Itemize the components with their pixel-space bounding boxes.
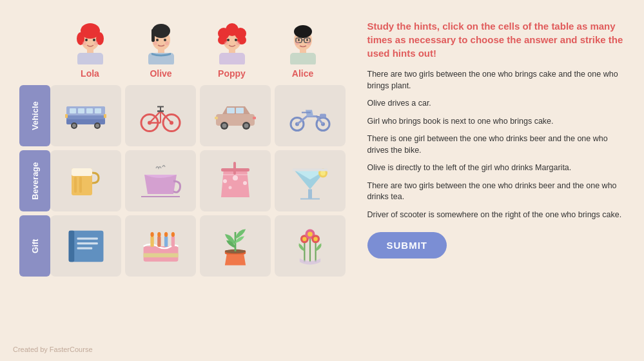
- svg-point-107: [150, 231, 153, 237]
- svg-point-118: [302, 237, 306, 240]
- svg-point-9: [94, 41, 98, 45]
- svg-point-50: [72, 124, 76, 128]
- vehicle-row: [50, 85, 346, 146]
- cell-beverage-alice[interactable]: [275, 150, 346, 211]
- gift-row: [50, 215, 346, 277]
- svg-rect-97: [68, 230, 74, 261]
- svg-point-120: [307, 231, 313, 237]
- cell-vehicle-lola[interactable]: [50, 85, 121, 146]
- svg-rect-106: [171, 235, 174, 246]
- bus-icon: [63, 93, 108, 139]
- svg-line-59: [150, 111, 161, 122]
- svg-rect-99: [77, 242, 97, 244]
- svg-point-109: [164, 231, 167, 237]
- svg-point-38: [298, 39, 300, 41]
- svg-point-8: [83, 41, 86, 45]
- svg-rect-80: [320, 113, 326, 117]
- svg-point-40: [295, 41, 299, 45]
- svg-point-91: [228, 186, 231, 189]
- svg-point-34: [294, 25, 312, 38]
- svg-rect-20: [219, 53, 245, 64]
- character-lola: Lola: [55, 19, 126, 79]
- iced-drink-icon: [213, 159, 258, 204]
- svg-point-18: [165, 41, 169, 45]
- svg-rect-103: [150, 235, 153, 246]
- svg-rect-67: [227, 108, 235, 113]
- svg-point-13: [152, 24, 170, 38]
- svg-rect-68: [236, 108, 244, 113]
- svg-rect-102: [143, 253, 178, 257]
- svg-rect-100: [77, 247, 92, 249]
- character-alice: Alice: [268, 19, 338, 79]
- cell-beverage-poppy[interactable]: [200, 150, 271, 211]
- hint-1: There are two girls between the one who …: [367, 69, 625, 92]
- svg-point-89: [233, 175, 238, 180]
- avatar-poppy: [210, 19, 255, 64]
- svg-point-108: [157, 231, 161, 237]
- svg-point-52: [95, 124, 99, 128]
- svg-rect-32: [290, 53, 316, 64]
- car-icon: [213, 93, 258, 139]
- submit-button[interactable]: SUBMIT: [367, 232, 447, 259]
- row-label-vehicle: Vehicle: [19, 85, 50, 146]
- hint-3: Girl who brings book is next to one who …: [367, 116, 625, 128]
- character-poppy: Poppy: [197, 19, 268, 79]
- svg-point-41: [307, 41, 311, 45]
- svg-point-7: [93, 39, 95, 41]
- cell-vehicle-olive[interactable]: [125, 85, 196, 146]
- svg-rect-74: [253, 117, 256, 119]
- hint-6: There are two girls between the one who …: [367, 180, 625, 203]
- svg-rect-87: [233, 162, 236, 175]
- svg-point-72: [244, 123, 248, 128]
- cell-vehicle-poppy[interactable]: [200, 85, 271, 146]
- cell-gift-lola[interactable]: [50, 215, 121, 277]
- characters-row: Lola: [55, 19, 355, 79]
- row-labels: Vehicle Beverage Gift: [19, 85, 50, 277]
- plant-icon: [213, 224, 258, 269]
- svg-rect-82: [72, 168, 92, 176]
- svg-point-88: [223, 179, 227, 183]
- svg-line-60: [161, 111, 171, 122]
- svg-rect-54: [104, 114, 106, 118]
- svg-rect-98: [77, 237, 97, 239]
- hint-7: Driver of scooter is somewhere on the ri…: [367, 210, 625, 221]
- avatar-olive: [139, 19, 184, 64]
- grid-rows: [50, 85, 346, 277]
- cell-gift-olive[interactable]: [125, 215, 196, 277]
- svg-rect-104: [157, 235, 161, 246]
- svg-point-39: [306, 39, 308, 41]
- avatar-lola: [68, 19, 113, 64]
- svg-point-15: [156, 39, 159, 41]
- instruction-text: Study the hints, click on the cells of t…: [367, 19, 625, 60]
- svg-point-70: [222, 123, 226, 128]
- cell-gift-alice[interactable]: [275, 215, 346, 277]
- svg-rect-92: [308, 189, 312, 199]
- margarita-icon: [288, 159, 333, 204]
- svg-rect-45: [78, 108, 84, 113]
- svg-rect-73: [215, 117, 218, 119]
- svg-rect-46: [86, 108, 93, 113]
- svg-rect-44: [70, 108, 76, 113]
- character-alice-name: Alice: [292, 68, 313, 79]
- tea-icon: [138, 159, 183, 204]
- svg-rect-53: [65, 114, 68, 118]
- svg-point-110: [171, 231, 174, 237]
- cell-gift-poppy[interactable]: [200, 215, 271, 277]
- cell-vehicle-alice[interactable]: [275, 85, 346, 146]
- bicycle-icon: [138, 93, 183, 139]
- svg-rect-83: [74, 177, 77, 193]
- svg-point-16: [164, 39, 166, 41]
- svg-point-6: [85, 39, 88, 41]
- right-panel: Study the hints, click on the cells of t…: [367, 19, 625, 342]
- character-poppy-name: Poppy: [218, 68, 246, 79]
- character-lola-name: Lola: [81, 68, 99, 79]
- cell-beverage-lola[interactable]: [50, 150, 121, 211]
- svg-point-122: [313, 237, 317, 240]
- cell-beverage-olive[interactable]: [125, 150, 196, 211]
- svg-point-28: [235, 39, 237, 41]
- cake-icon: [138, 224, 183, 269]
- row-label-gift: Gift: [19, 215, 50, 277]
- footer-text: Created by FasterCourse: [13, 346, 93, 353]
- svg-point-29: [224, 41, 228, 45]
- beverage-row: [50, 150, 346, 211]
